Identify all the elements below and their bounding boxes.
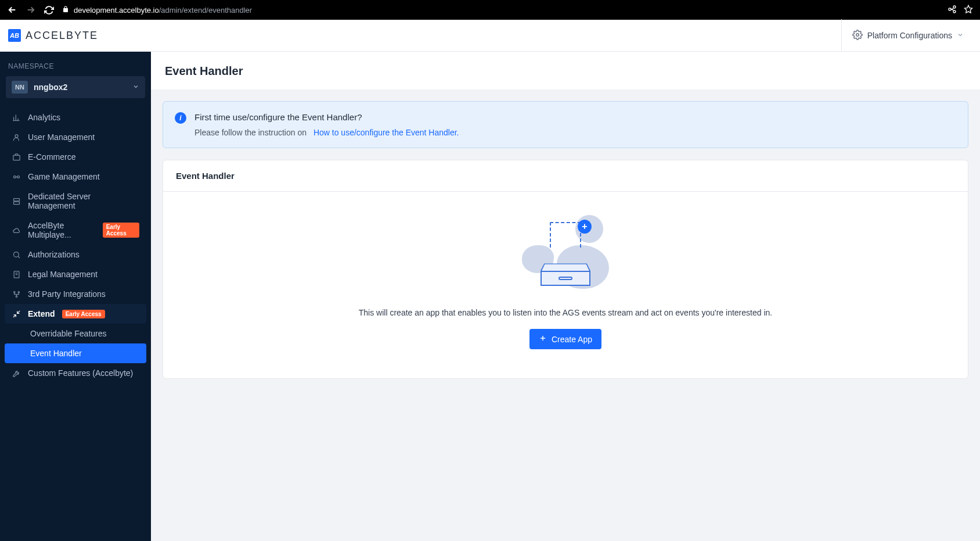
chevron-down-icon bbox=[132, 83, 139, 92]
legal-icon bbox=[12, 270, 21, 279]
sidebar-subitem-event-handler[interactable]: Event Handler bbox=[5, 343, 146, 363]
sidebar-item-user-management[interactable]: User Management bbox=[5, 127, 146, 147]
server-icon bbox=[12, 196, 21, 206]
lock-icon bbox=[62, 6, 69, 15]
sidebar-item-analytics[interactable]: Analytics bbox=[5, 108, 146, 127]
share-icon[interactable] bbox=[947, 5, 957, 16]
store-icon bbox=[12, 152, 21, 162]
sidebar-item-e-commerce[interactable]: E-Commerce bbox=[5, 147, 146, 167]
sidebar-item-label: Extend bbox=[28, 309, 55, 318]
extend-icon bbox=[12, 309, 21, 318]
info-banner-link[interactable]: How to use/configure the Event Handler. bbox=[314, 128, 459, 137]
sidebar-subitem-overridable-features[interactable]: Overridable Features bbox=[5, 324, 146, 343]
svg-point-4 bbox=[856, 33, 859, 36]
create-app-label: Create App bbox=[552, 335, 592, 344]
svg-point-1 bbox=[949, 8, 951, 10]
key-icon bbox=[12, 250, 21, 259]
sidebar-item-extend[interactable]: ExtendEarly Access bbox=[5, 304, 146, 324]
namespace-label: NAMESPACE bbox=[3, 62, 147, 76]
svg-line-18 bbox=[18, 256, 20, 258]
info-banner-subtitle: Please follow the instruction on How to … bbox=[194, 128, 956, 137]
info-icon: i bbox=[175, 112, 186, 124]
plus-icon: + bbox=[578, 220, 592, 234]
plus-icon bbox=[539, 334, 547, 344]
svg-line-26 bbox=[13, 314, 15, 317]
back-button[interactable] bbox=[7, 5, 17, 15]
integration-icon bbox=[12, 289, 21, 299]
namespace-selector[interactable]: NN nngbox2 bbox=[6, 76, 145, 98]
info-banner-title: First time use/configure the Event Handl… bbox=[194, 112, 956, 122]
chevron-down-icon bbox=[957, 31, 964, 40]
create-app-button[interactable]: Create App bbox=[529, 329, 601, 349]
sidebar-item-label: AccelByte Multiplaye... bbox=[28, 221, 96, 239]
svg-point-11 bbox=[13, 175, 16, 178]
sidebar-item-dedicated-server-management[interactable]: Dedicated Server Management bbox=[5, 187, 146, 216]
sidebar-item-game-management[interactable]: Game Management bbox=[5, 167, 146, 187]
sidebar-item-custom-features-accelbyte[interactable]: Custom Features (Accelbyte) bbox=[5, 363, 146, 383]
sidebar: NAMESPACE NN nngbox2 AnalyticsUser Manag… bbox=[0, 52, 151, 541]
svg-marker-3 bbox=[964, 5, 972, 13]
browser-toolbar: development.accelbyte.io/admin/extend/ev… bbox=[0, 0, 980, 20]
platform-configurations-label: Platform Configurations bbox=[867, 31, 952, 40]
svg-rect-15 bbox=[13, 202, 19, 204]
platform-configurations-dropdown[interactable]: Platform Configurations bbox=[841, 19, 970, 52]
event-handler-card: Event Handler + This will create an app … bbox=[163, 160, 968, 379]
early-access-badge: Early Access bbox=[103, 223, 139, 238]
namespace-name: nngbox2 bbox=[34, 83, 127, 92]
svg-point-9 bbox=[15, 134, 18, 137]
analytics-icon bbox=[12, 113, 21, 122]
brand-logo: AB bbox=[8, 29, 21, 42]
sidebar-item-3rd-party-integrations[interactable]: 3rd Party Integrations bbox=[5, 284, 146, 304]
sidebar-item-label: Legal Management bbox=[28, 270, 98, 279]
sidebar-item-authorizations[interactable]: Authorizations bbox=[5, 245, 146, 264]
brand[interactable]: AB ACCELBYTE bbox=[8, 29, 98, 42]
sidebar-item-label: 3rd Party Integrations bbox=[28, 289, 106, 299]
url-text: development.accelbyte.io/admin/extend/ev… bbox=[74, 6, 252, 15]
brand-name: ACCELBYTE bbox=[26, 30, 98, 42]
sidebar-item-label: Custom Features (Accelbyte) bbox=[28, 368, 133, 378]
svg-line-25 bbox=[17, 310, 19, 313]
card-header: Event Handler bbox=[163, 160, 968, 192]
forward-button[interactable] bbox=[26, 5, 36, 15]
main-content: Event Handler i First time use/configure… bbox=[151, 52, 980, 541]
empty-state-text: This will create an app that enables you… bbox=[359, 308, 772, 317]
page-title: Event Handler bbox=[151, 52, 980, 89]
svg-point-24 bbox=[16, 296, 17, 298]
sidebar-item-label: Dedicated Server Management bbox=[28, 192, 139, 210]
svg-point-12 bbox=[17, 175, 19, 178]
sidebar-item-accelbyte-multiplaye[interactable]: AccelByte Multiplaye...Early Access bbox=[5, 216, 146, 245]
svg-rect-14 bbox=[13, 198, 19, 200]
game-icon bbox=[12, 172, 21, 181]
early-access-badge: Early Access bbox=[62, 310, 105, 318]
cloud-icon bbox=[12, 225, 21, 235]
svg-point-2 bbox=[953, 10, 956, 13]
namespace-badge: NN bbox=[12, 81, 28, 94]
svg-point-22 bbox=[13, 291, 15, 293]
star-icon[interactable] bbox=[964, 5, 973, 16]
sidebar-item-label: E-Commerce bbox=[28, 152, 75, 162]
sidebar-item-label: Game Management bbox=[28, 172, 100, 181]
sidebar-item-label: Authorizations bbox=[28, 250, 80, 259]
gear-icon bbox=[852, 30, 863, 42]
svg-point-17 bbox=[13, 252, 19, 257]
address-bar[interactable]: development.accelbyte.io/admin/extend/ev… bbox=[62, 6, 939, 15]
sidebar-item-label: Analytics bbox=[28, 113, 60, 122]
sidebar-item-label: User Management bbox=[28, 132, 95, 142]
reload-button[interactable] bbox=[44, 5, 54, 15]
user-icon bbox=[12, 132, 21, 142]
svg-point-0 bbox=[953, 6, 956, 8]
empty-state-illustration: + bbox=[522, 215, 609, 291]
svg-point-23 bbox=[18, 291, 20, 293]
svg-rect-10 bbox=[13, 155, 19, 160]
sidebar-item-legal-management[interactable]: Legal Management bbox=[5, 264, 146, 284]
info-banner: i First time use/configure the Event Han… bbox=[163, 101, 968, 148]
app-header: AB ACCELBYTE Platform Configurations bbox=[0, 20, 980, 52]
wrench-icon bbox=[12, 368, 21, 378]
